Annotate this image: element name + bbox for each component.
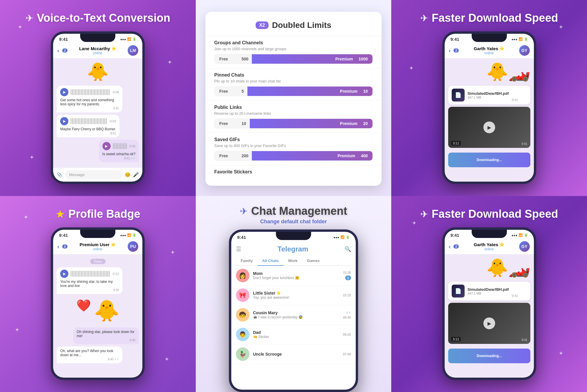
- attachment-icon[interactable]: 📎: [57, 172, 63, 178]
- contact-status: online: [70, 247, 125, 251]
- file-size: 347.1 MB: [468, 96, 509, 99]
- sparkle-decor: ✦: [412, 219, 417, 227]
- chat-time: 09:45: [343, 316, 351, 319]
- message-item: ▶ 0:03 Is sweet sriracha ok? 9:41 ✓✓: [99, 140, 139, 162]
- chat-input-bar: 📎 Message 😊 🎤: [53, 168, 142, 182]
- hamburger-menu[interactable]: ☰: [236, 246, 241, 253]
- chat-header: ‹ 2 Garth Yates ⭐ online GY: [445, 239, 534, 254]
- video-play-button[interactable]: ▶: [483, 121, 495, 133]
- chat-meta: 09:20: [343, 333, 351, 336]
- message-time: 9:40: [60, 288, 119, 292]
- panel-chat-management: ✈ Chat Management Change default chat fo…: [196, 196, 392, 392]
- phone-screen: 9:41 ●●● 📶 🔋 ‹ 2 Garth Yates ⭐ online: [445, 34, 534, 182]
- limit-section-groups: Groups and Channels Join up to 1000 chan…: [205, 36, 382, 68]
- back-button[interactable]: ‹: [57, 243, 59, 250]
- chat-header: ‹ 2 Garth Yates ⭐ online GY: [445, 43, 534, 58]
- contact-info: Lane Mccarthy ⭐ online: [70, 46, 125, 55]
- send-icon: ✈: [420, 209, 428, 220]
- unread-badge: 2: [453, 48, 459, 53]
- star-icon: ⭐: [276, 291, 281, 295]
- chat-avatar: 🎀: [236, 288, 249, 302]
- play-button[interactable]: ▶: [60, 117, 68, 125]
- back-button[interactable]: ‹: [449, 47, 451, 54]
- video-duration: 3:11: [451, 141, 461, 146]
- status-icons: ●●● 📶 🔋: [333, 235, 350, 239]
- panel-title: ✈ Faster Download Speed: [420, 12, 558, 24]
- file-time: 9:41: [512, 98, 518, 102]
- unread-badge: 2: [62, 244, 68, 249]
- sparkle-decor: ✦: [409, 65, 414, 72]
- voice-message: ▶ 0:12: [60, 270, 119, 278]
- sparkle-decor: ✦: [170, 249, 175, 256]
- chat-preview: Yay, you are awesome!: [253, 295, 339, 300]
- wifi-icon: 📶: [127, 37, 131, 41]
- message-input[interactable]: Message: [65, 170, 122, 179]
- limit-description: Join up to 1000 channels and large group…: [214, 47, 373, 51]
- sparkle-decor: ✦: [29, 154, 34, 161]
- play-button[interactable]: ▶: [60, 270, 68, 278]
- back-button[interactable]: ‹: [57, 47, 59, 54]
- premium-star-icon: ⭐: [111, 46, 116, 51]
- list-item[interactable]: 👨 Dad 🤜 Sticker 09:20: [231, 325, 356, 344]
- voice-duration: 0:12: [113, 272, 119, 276]
- contact-info: Garth Yates ⭐ online: [462, 242, 516, 251]
- premium-bar: Premium 10: [247, 87, 372, 96]
- phone-mockup-download-tr: 9:41 ●●● 📶 🔋 ‹ 2 Garth Yates ⭐ online: [442, 31, 536, 184]
- tab-games[interactable]: Games: [302, 256, 324, 265]
- panel-heading: Faster Download Speed: [432, 12, 558, 24]
- message-time: 9:40: [77, 339, 135, 342]
- voice-message: ▶ 0:03: [102, 142, 136, 150]
- battery-icon: 🔋: [132, 233, 136, 237]
- sticker-duck-racing: 🐥🏎️: [448, 61, 530, 82]
- search-icon[interactable]: 🔍: [345, 246, 351, 252]
- status-icons: ●●● 📶 🔋: [512, 37, 528, 41]
- tab-all-chats[interactable]: All Chats: [257, 256, 283, 266]
- panel-title: ✈ Voice-to-Text Conversion: [26, 12, 171, 24]
- back-button[interactable]: ‹: [449, 243, 451, 250]
- voice-duration: 0:03: [110, 119, 116, 123]
- emoji-icon[interactable]: 😊: [125, 172, 131, 178]
- send-icon: ✈: [26, 13, 33, 24]
- list-item[interactable]: 🧒 Cousin Mary 🦝 I saw a racoon yesterday…: [231, 305, 356, 325]
- video-play-button[interactable]: ▶: [483, 317, 495, 329]
- phone-notch: [276, 232, 311, 240]
- microphone-icon[interactable]: 🎤: [133, 172, 139, 178]
- limit-description: Save up to 400 GIFs in your Favorite GIF…: [214, 143, 373, 148]
- list-item[interactable]: 👩 Mom Don't forget your lunchbox 🤗 15:30…: [231, 266, 356, 285]
- phone-notch: [472, 230, 507, 238]
- message-item: Oh, what are you? When you look down at …: [57, 347, 122, 363]
- download-progress-bar: Downloading...: [448, 349, 530, 363]
- video-timestamp: 9:41: [522, 142, 527, 146]
- phone-notch: [80, 34, 115, 42]
- tab-work[interactable]: Work: [284, 256, 302, 265]
- message-text: Oh, what are you? When you look down at …: [60, 349, 119, 357]
- limit-section-public-links: Public Links Reserve up to 20 t.me/name …: [205, 100, 382, 133]
- chat-info: Uncle Scrooge: [253, 352, 339, 356]
- sticker-duck: 🐥: [57, 61, 139, 82]
- chat-time: 15:30: [343, 271, 351, 274]
- chat-name: Mom: [253, 271, 339, 276]
- limit-section-pinned: Pinned Chats Pin up to 10 chats in your …: [205, 68, 382, 100]
- contact-avatar: GY: [519, 45, 530, 56]
- phone-screen: 9:41 ●●● 📶 🔋 ‹ 2 Premium User ⭐ online: [53, 230, 142, 378]
- play-button[interactable]: ▶: [60, 88, 68, 96]
- battery-icon: 🔋: [524, 37, 528, 41]
- contact-status: online: [70, 51, 125, 55]
- tab-family[interactable]: Family: [236, 256, 257, 265]
- sparkle-decor: ✦: [18, 23, 23, 31]
- sparkle-decor: ✦: [559, 23, 564, 31]
- panel-faster-download-tr: ✦ ✦ ✈ Faster Download Speed 9:41 ●●● 📶 🔋…: [391, 0, 587, 196]
- chat-info: Dad 🤜 Sticker: [253, 330, 339, 339]
- list-item[interactable]: 🎀 Little Sister ⭐ Yay, you are awesome! …: [231, 285, 356, 305]
- battery-icon: 🔋: [524, 233, 528, 237]
- play-button[interactable]: ▶: [102, 142, 111, 150]
- chat-body: 🐥 ▶ 0:06 Get some hot ones and something…: [53, 58, 142, 168]
- telegram-header: ☰ Telegram 🔍 Family All Chats Work Games: [231, 241, 356, 266]
- chat-list: 👩 Mom Don't forget your lunchbox 🤗 15:30…: [231, 266, 356, 390]
- message-item: ▶ 0:03 Maybe Fiery Cherry or BBQ Burner.…: [57, 115, 119, 137]
- limit-description: Reserve up to 20 t.me/name links: [214, 111, 373, 116]
- panel-subtitle: Change default chat folder: [260, 219, 327, 225]
- status-time: 9:41: [451, 37, 459, 42]
- list-item[interactable]: 🦆 Uncle Scrooge 07:00: [231, 344, 356, 364]
- sparkle-decor: ✦: [15, 326, 20, 333]
